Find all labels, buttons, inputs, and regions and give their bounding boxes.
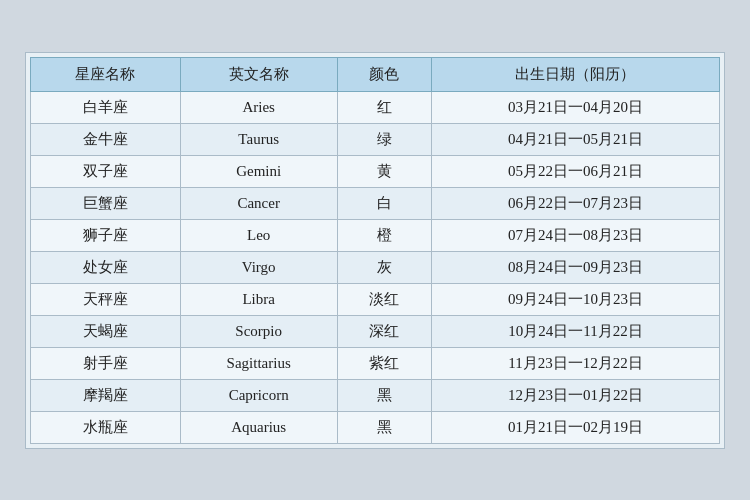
cell-birthdate: 03月21日一04月20日 [431,91,719,123]
cell-color: 淡红 [337,283,431,315]
header-english-name: 英文名称 [180,57,337,91]
cell-chinese-name: 水瓶座 [31,411,181,443]
header-color: 颜色 [337,57,431,91]
table-row: 狮子座Leo橙07月24日一08月23日 [31,219,720,251]
cell-english-name: Aries [180,91,337,123]
table-row: 巨蟹座Cancer白06月22日一07月23日 [31,187,720,219]
table-row: 摩羯座Capricorn黑12月23日一01月22日 [31,379,720,411]
cell-birthdate: 05月22日一06月21日 [431,155,719,187]
cell-color: 黑 [337,411,431,443]
cell-english-name: Virgo [180,251,337,283]
table-row: 白羊座Aries红03月21日一04月20日 [31,91,720,123]
table-header-row: 星座名称 英文名称 颜色 出生日期（阳历） [31,57,720,91]
cell-color: 灰 [337,251,431,283]
cell-english-name: Leo [180,219,337,251]
cell-birthdate: 04月21日一05月21日 [431,123,719,155]
cell-english-name: Sagittarius [180,347,337,379]
table-row: 天秤座Libra淡红09月24日一10月23日 [31,283,720,315]
cell-color: 绿 [337,123,431,155]
cell-color: 红 [337,91,431,123]
header-birthdate: 出生日期（阳历） [431,57,719,91]
cell-chinese-name: 双子座 [31,155,181,187]
cell-birthdate: 08月24日一09月23日 [431,251,719,283]
zodiac-table: 星座名称 英文名称 颜色 出生日期（阳历） 白羊座Aries红03月21日一04… [30,57,720,444]
cell-english-name: Capricorn [180,379,337,411]
cell-birthdate: 12月23日一01月22日 [431,379,719,411]
table-body: 白羊座Aries红03月21日一04月20日金牛座Taurus绿04月21日一0… [31,91,720,443]
cell-birthdate: 06月22日一07月23日 [431,187,719,219]
cell-english-name: Gemini [180,155,337,187]
cell-chinese-name: 处女座 [31,251,181,283]
cell-english-name: Libra [180,283,337,315]
table-row: 天蝎座Scorpio深红10月24日一11月22日 [31,315,720,347]
cell-birthdate: 11月23日一12月22日 [431,347,719,379]
cell-color: 深红 [337,315,431,347]
zodiac-table-container: 星座名称 英文名称 颜色 出生日期（阳历） 白羊座Aries红03月21日一04… [25,52,725,449]
table-row: 处女座Virgo灰08月24日一09月23日 [31,251,720,283]
cell-chinese-name: 金牛座 [31,123,181,155]
cell-color: 黄 [337,155,431,187]
cell-birthdate: 07月24日一08月23日 [431,219,719,251]
table-row: 金牛座Taurus绿04月21日一05月21日 [31,123,720,155]
cell-chinese-name: 摩羯座 [31,379,181,411]
cell-color: 白 [337,187,431,219]
cell-english-name: Taurus [180,123,337,155]
cell-english-name: Scorpio [180,315,337,347]
cell-english-name: Cancer [180,187,337,219]
cell-chinese-name: 巨蟹座 [31,187,181,219]
cell-chinese-name: 天蝎座 [31,315,181,347]
cell-color: 橙 [337,219,431,251]
cell-birthdate: 10月24日一11月22日 [431,315,719,347]
cell-color: 紫红 [337,347,431,379]
cell-chinese-name: 天秤座 [31,283,181,315]
cell-english-name: Aquarius [180,411,337,443]
cell-chinese-name: 白羊座 [31,91,181,123]
cell-chinese-name: 射手座 [31,347,181,379]
table-row: 水瓶座Aquarius黑01月21日一02月19日 [31,411,720,443]
cell-birthdate: 09月24日一10月23日 [431,283,719,315]
cell-color: 黑 [337,379,431,411]
cell-birthdate: 01月21日一02月19日 [431,411,719,443]
table-row: 射手座Sagittarius紫红11月23日一12月22日 [31,347,720,379]
header-chinese-name: 星座名称 [31,57,181,91]
cell-chinese-name: 狮子座 [31,219,181,251]
table-row: 双子座Gemini黄05月22日一06月21日 [31,155,720,187]
